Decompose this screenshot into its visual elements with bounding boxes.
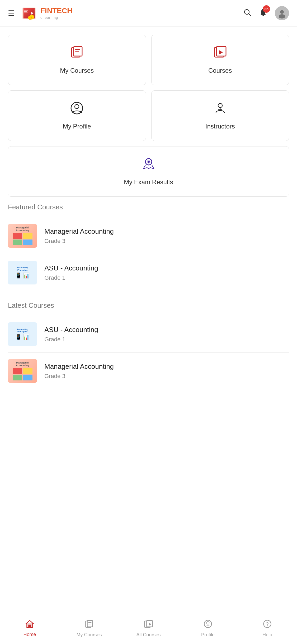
nav-help-icon: ? <box>263 619 272 631</box>
nav-my-courses-icon <box>85 619 94 631</box>
header-right: 35 <box>243 6 289 20</box>
svg-rect-20 <box>216 47 226 56</box>
nav-my-courses[interactable]: My Courses <box>59 619 119 638</box>
svg-point-29 <box>148 161 150 163</box>
featured-course-1-grade: Grade 3 <box>44 238 289 245</box>
svg-rect-33 <box>88 622 92 623</box>
svg-rect-30 <box>29 625 31 628</box>
svg-rect-4 <box>24 11 27 12</box>
my-exam-results-card-label: My Exam Results <box>124 178 173 186</box>
svg-rect-17 <box>75 49 80 50</box>
course-thumbnail-asu: AccountingPrinciples 📱 📊 <box>8 261 37 284</box>
latest-courses-section: Latest Courses AccountingPrinciples 📱 📊 … <box>8 301 289 389</box>
menu-cards-grid: My Courses Courses My Prof <box>8 35 289 197</box>
latest-course-2-thumbnail: Managerial Accounting <box>8 359 37 383</box>
latest-course-2[interactable]: Managerial Accounting Managerial Account… <box>8 353 289 389</box>
featured-course-2-grade: Grade 1 <box>44 274 289 281</box>
svg-point-24 <box>218 103 222 108</box>
logo-sub: e learning <box>40 16 58 20</box>
notification-button[interactable]: 35 <box>259 8 267 19</box>
svg-rect-5 <box>24 12 28 13</box>
instructors-card-label: Instructors <box>205 123 235 130</box>
svg-rect-3 <box>24 10 28 11</box>
latest-courses-title: Latest Courses <box>8 301 289 310</box>
courses-icon <box>213 45 227 62</box>
svg-point-23 <box>75 104 79 109</box>
svg-rect-34 <box>88 624 91 624</box>
featured-course-2[interactable]: AccountingPrinciples 📱 📊 ASU - Accountin… <box>8 254 289 291</box>
latest-course-1[interactable]: AccountingPrinciples 📱 📊 ASU - Accountin… <box>8 316 289 352</box>
svg-rect-11 <box>262 15 264 16</box>
my-profile-card-label: My Profile <box>63 123 91 130</box>
nav-profile[interactable]: Profile <box>178 619 238 638</box>
nav-all-courses[interactable]: All Courses <box>119 619 178 638</box>
home-icon <box>25 620 34 630</box>
courses-card[interactable]: Courses <box>151 35 289 85</box>
featured-course-1-info: Managerial Accounting Grade 3 <box>44 227 289 245</box>
user-avatar[interactable] <box>275 6 289 20</box>
nav-profile-label: Profile <box>201 632 215 638</box>
latest-course-1-thumbnail: AccountingPrinciples 📱 📊 <box>8 322 37 346</box>
nav-my-courses-label: My Courses <box>76 632 102 638</box>
svg-text:$: $ <box>31 16 32 19</box>
latest-course-2-title: Managerial Accounting <box>44 362 289 371</box>
nav-help[interactable]: ? Help <box>238 619 297 638</box>
latest-course-1-title: ASU - Accounting <box>44 326 289 334</box>
svg-text:?: ? <box>266 622 269 627</box>
instructors-icon <box>213 101 227 118</box>
svg-point-39 <box>207 622 209 624</box>
featured-courses-section: Featured Courses Managerial Accounting <box>8 203 289 291</box>
latest-course-1-grade: Grade 1 <box>44 336 289 343</box>
header-left: ☰ $ <box>8 5 72 21</box>
avatar-icon <box>277 8 287 19</box>
search-icon[interactable] <box>243 8 252 19</box>
course-thumbnail-managerial: Managerial Accounting <box>8 224 37 248</box>
my-profile-card[interactable]: My Profile <box>8 90 146 141</box>
nav-all-courses-label: All Courses <box>136 632 161 638</box>
latest-course-2-info: Managerial Accounting Grade 3 <box>44 362 289 380</box>
featured-course-2-title: ASU - Accounting <box>44 264 289 272</box>
main-content: My Courses Courses My Prof <box>0 27 297 431</box>
bottom-navigation: Home My Courses All Courses <box>0 615 297 644</box>
latest-course-2-grade: Grade 3 <box>44 373 289 380</box>
my-exam-results-icon <box>142 157 155 174</box>
my-courses-icon <box>70 45 84 62</box>
nav-all-courses-icon <box>144 619 153 631</box>
nav-home-label: Home <box>23 632 36 637</box>
logo-text-block: FiNTECH e learning <box>40 7 72 20</box>
logo: $ FiNTECH e learning <box>20 5 72 21</box>
featured-course-1[interactable]: Managerial Accounting Managerial Account… <box>8 218 289 254</box>
my-profile-icon <box>70 101 84 118</box>
featured-course-2-info: ASU - Accounting Grade 1 <box>44 264 289 281</box>
featured-courses-title: Featured Courses <box>8 203 289 211</box>
app-header: ☰ $ <box>0 0 297 27</box>
nav-home[interactable]: Home <box>0 620 59 637</box>
nav-help-label: Help <box>262 632 272 638</box>
my-courses-card-label: My Courses <box>60 67 94 74</box>
my-courses-card[interactable]: My Courses <box>8 35 146 85</box>
logo-ntech: NTECH <box>47 7 72 15</box>
featured-courses-list: Managerial Accounting Managerial Account… <box>8 218 289 291</box>
logo-book-icon: $ <box>20 5 38 21</box>
notification-count-badge: 35 <box>263 5 270 13</box>
instructors-card[interactable]: Instructors <box>151 90 289 141</box>
svg-point-13 <box>280 10 284 14</box>
courses-card-label: Courses <box>208 67 232 74</box>
featured-course-1-title: Managerial Accounting <box>44 227 289 236</box>
nav-profile-icon <box>204 619 213 631</box>
hamburger-menu-icon[interactable]: ☰ <box>8 9 15 18</box>
my-exam-results-card[interactable]: My Exam Results <box>8 146 289 197</box>
svg-rect-18 <box>75 51 79 52</box>
logo-fi: Fi <box>40 7 47 15</box>
svg-line-10 <box>249 14 251 16</box>
latest-course-1-info: ASU - Accounting Grade 1 <box>44 326 289 343</box>
latest-courses-list: AccountingPrinciples 📱 📊 ASU - Accountin… <box>8 316 289 389</box>
svg-point-14 <box>279 14 285 19</box>
